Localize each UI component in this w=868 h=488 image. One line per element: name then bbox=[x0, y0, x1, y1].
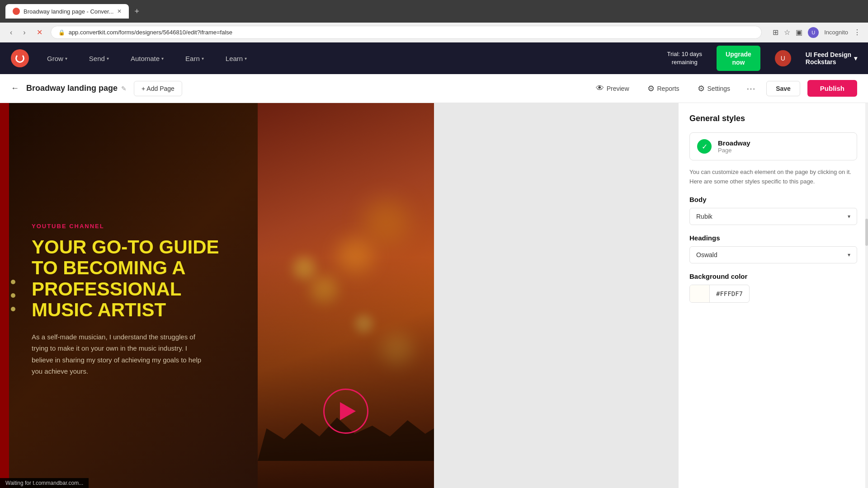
reports-icon: ⚙ bbox=[647, 84, 655, 94]
left-panel: YOUTUBE CHANNEL YOUR GO-TO GUIDE TO BECO… bbox=[0, 103, 258, 488]
browser-chrome: Broadway landing page - Conver... ✕ + bbox=[0, 0, 868, 23]
page-title-area: Broadway landing page ✎ bbox=[26, 84, 127, 93]
tab-close-button[interactable]: ✕ bbox=[117, 8, 122, 14]
nav-item-earn[interactable]: Earn ▾ bbox=[182, 53, 208, 64]
body-font-chevron-icon: ▾ bbox=[848, 213, 850, 220]
nav-item-send[interactable]: Send ▾ bbox=[85, 53, 113, 64]
concert-background bbox=[258, 103, 434, 488]
user-avatar[interactable]: U bbox=[775, 50, 791, 66]
reports-label: Reports bbox=[657, 85, 679, 92]
hero-title: YOUR GO-TO GUIDE TO BECOMING A PROFESSIO… bbox=[32, 237, 235, 320]
browser-actions: ⊞ ☆ ▣ U Incognito ⋮ bbox=[773, 27, 861, 38]
settings-button[interactable]: ⚙ Settings bbox=[692, 80, 736, 97]
body-font-dropdown[interactable]: Rubik ▾ bbox=[689, 208, 857, 225]
dot-2 bbox=[11, 293, 15, 298]
decorative-dots bbox=[11, 280, 15, 311]
sidebar-description: You can customize each element on the pa… bbox=[689, 168, 857, 187]
upgrade-button[interactable]: Upgradenow bbox=[717, 46, 760, 71]
nav-automate-label: Automate bbox=[131, 55, 160, 62]
nav-learn-label: Learn bbox=[226, 55, 243, 62]
save-button[interactable]: Save bbox=[766, 81, 800, 96]
logo-icon bbox=[15, 54, 24, 63]
page-preview: YOUTUBE CHANNEL YOUR GO-TO GUIDE TO BECO… bbox=[0, 103, 434, 488]
main-content: YOUTUBE CHANNEL YOUR GO-TO GUIDE TO BECO… bbox=[0, 103, 868, 488]
accent-bar bbox=[0, 103, 9, 488]
landing-content: YOUTUBE CHANNEL YOUR GO-TO GUIDE TO BECO… bbox=[0, 103, 434, 488]
new-tab-button[interactable]: + bbox=[134, 7, 139, 16]
nav-item-automate[interactable]: Automate ▾ bbox=[127, 53, 167, 64]
reports-button[interactable]: ⚙ Reports bbox=[642, 80, 685, 97]
broadway-info: Broadway Page bbox=[718, 139, 750, 154]
menu-icon[interactable]: ⋮ bbox=[854, 28, 861, 37]
sidebar-scrollbar-track bbox=[865, 103, 868, 488]
back-button[interactable]: ‹ bbox=[7, 27, 15, 38]
more-options-button[interactable]: ⋯ bbox=[743, 83, 759, 94]
trial-line2: remaining bbox=[672, 59, 698, 66]
body-font-value: Rubik bbox=[696, 213, 712, 220]
grow-chevron-icon: ▾ bbox=[65, 56, 67, 61]
add-page-button[interactable]: + Add Page bbox=[134, 81, 182, 96]
send-chevron-icon: ▾ bbox=[107, 56, 109, 61]
right-sidebar: General styles ✓ Broadway Page You can c… bbox=[678, 103, 868, 488]
bg-color-swatch[interactable]: #FFFDF7 bbox=[689, 285, 750, 303]
url-text: app.convertkit.com/forms/designers/56468… bbox=[69, 29, 232, 36]
nav-send-label: Send bbox=[89, 55, 105, 62]
color-preview-box bbox=[690, 285, 710, 302]
trial-line1: Trial: 10 days bbox=[667, 51, 703, 57]
play-icon bbox=[340, 402, 356, 420]
preview-button[interactable]: 👁 Preview bbox=[590, 80, 635, 97]
lock-icon: 🔒 bbox=[58, 29, 65, 36]
nav-grow-label: Grow bbox=[47, 55, 63, 62]
learn-chevron-icon: ▾ bbox=[245, 56, 247, 61]
bg-color-label: Background color bbox=[689, 272, 857, 280]
body-font-label: Body bbox=[689, 196, 857, 203]
page-title: Broadway landing page bbox=[26, 84, 118, 93]
settings-label: Settings bbox=[708, 85, 731, 92]
incognito-label: Incognito bbox=[824, 29, 848, 36]
editor-header: ← Broadway landing page ✎ + Add Page 👁 P… bbox=[0, 74, 868, 103]
dot-3 bbox=[11, 307, 15, 311]
account-chevron-icon: ▾ bbox=[854, 55, 857, 62]
account-name[interactable]: UI Feed DesignRockstars ▾ bbox=[806, 51, 857, 66]
app-logo[interactable] bbox=[11, 49, 29, 67]
tab-title: Broadway landing page - Conver... bbox=[24, 8, 113, 15]
nav-item-grow[interactable]: Grow ▾ bbox=[43, 53, 71, 64]
status-bar: Waiting for t.commandbar.com... bbox=[0, 478, 89, 488]
canvas-area[interactable]: YOUTUBE CHANNEL YOUR GO-TO GUIDE TO BECO… bbox=[0, 103, 678, 488]
extensions-icon[interactable]: ⊞ bbox=[773, 28, 778, 37]
nav-item-learn[interactable]: Learn ▾ bbox=[222, 53, 250, 64]
back-to-pages-button[interactable]: ← bbox=[11, 84, 19, 93]
browser-controls: ‹ › ✕ 🔒 app.convertkit.com/forms/designe… bbox=[0, 23, 868, 42]
browser-tab[interactable]: Broadway landing page - Conver... ✕ bbox=[5, 4, 129, 19]
headings-font-chevron-icon: ▾ bbox=[848, 252, 850, 258]
color-hex-value: #FFFDF7 bbox=[710, 286, 749, 301]
address-bar[interactable]: 🔒 app.convertkit.com/forms/designers/564… bbox=[51, 26, 762, 39]
publish-button[interactable]: Publish bbox=[807, 80, 857, 97]
preview-label: Preview bbox=[607, 85, 629, 92]
broadway-check-icon: ✓ bbox=[697, 139, 712, 154]
status-text: Waiting for t.commandbar.com... bbox=[5, 480, 83, 486]
bokeh-3 bbox=[363, 199, 409, 244]
profile-icon[interactable]: U bbox=[808, 27, 819, 38]
sidebar-section-title: General styles bbox=[689, 114, 857, 123]
preview-icon: 👁 bbox=[596, 84, 604, 93]
automate-chevron-icon: ▾ bbox=[161, 56, 164, 61]
tab-favicon bbox=[13, 8, 20, 15]
forward-button[interactable]: › bbox=[20, 27, 28, 38]
star-icon[interactable]: ☆ bbox=[784, 28, 790, 37]
sidebar-scrollbar-thumb[interactable] bbox=[865, 219, 868, 246]
channel-label: YOUTUBE CHANNEL bbox=[32, 223, 235, 230]
hero-body: As a self-made musician, I understand th… bbox=[32, 331, 203, 377]
broadway-page-card[interactable]: ✓ Broadway Page bbox=[689, 132, 857, 160]
dot-1 bbox=[11, 280, 15, 284]
sidebar-toggle-icon[interactable]: ▣ bbox=[796, 28, 802, 37]
edit-page-title-icon[interactable]: ✎ bbox=[121, 85, 127, 92]
right-image-panel bbox=[258, 103, 434, 488]
headings-font-dropdown[interactable]: Oswald ▾ bbox=[689, 246, 857, 263]
headings-font-label: Headings bbox=[689, 234, 857, 242]
broadway-page-name: Broadway bbox=[718, 139, 750, 147]
reload-button[interactable]: ✕ bbox=[34, 26, 45, 38]
play-button[interactable] bbox=[323, 389, 368, 434]
broadway-page-type: Page bbox=[718, 147, 750, 154]
headings-font-value: Oswald bbox=[696, 251, 717, 258]
